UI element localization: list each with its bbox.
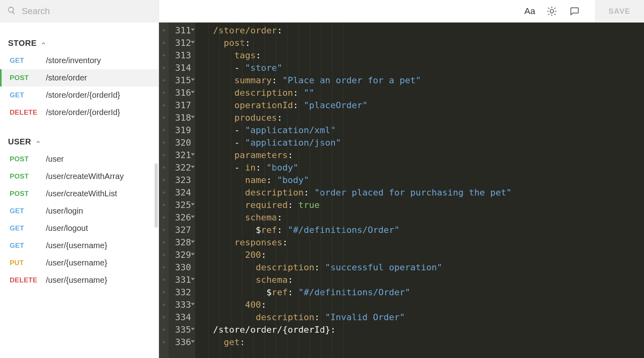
fold-marker-icon[interactable] bbox=[191, 116, 195, 118]
add-line-marker[interactable]: + bbox=[159, 99, 169, 111]
add-line-gutter[interactable]: ++++++++++++++++++++++++++ bbox=[159, 23, 169, 358]
line-number: 327 bbox=[175, 224, 191, 236]
add-line-marker[interactable]: + bbox=[159, 274, 169, 286]
fold-marker-icon[interactable] bbox=[191, 203, 195, 206]
font-size-icon[interactable]: Aa bbox=[524, 6, 535, 16]
comment-icon[interactable] bbox=[568, 5, 580, 17]
endpoint-row[interactable]: GET/user/logout bbox=[0, 220, 159, 237]
add-line-marker[interactable]: + bbox=[159, 37, 169, 49]
add-line-marker[interactable]: + bbox=[159, 49, 169, 62]
code-line[interactable]: description: "successful operation" bbox=[202, 261, 644, 274]
fold-marker-icon[interactable] bbox=[191, 278, 195, 280]
add-line-marker[interactable]: + bbox=[159, 199, 169, 211]
fold-marker-icon[interactable] bbox=[191, 303, 195, 305]
code-line[interactable]: description: "" bbox=[202, 86, 644, 99]
code-line[interactable]: description: "order placed for purchasin… bbox=[202, 186, 644, 199]
add-line-marker[interactable]: + bbox=[159, 111, 169, 124]
section-header-user[interactable]: USER bbox=[0, 132, 159, 150]
code-line[interactable]: parameters: bbox=[202, 149, 644, 161]
fold-marker-icon[interactable] bbox=[191, 241, 195, 243]
fold-marker-icon[interactable] bbox=[191, 29, 195, 31]
add-line-marker[interactable]: + bbox=[159, 211, 169, 224]
sidebar-body[interactable]: STOREGET/store/inventoryPOST/store/order… bbox=[0, 23, 159, 358]
add-line-marker[interactable]: + bbox=[159, 149, 169, 161]
add-line-marker[interactable]: + bbox=[159, 24, 169, 37]
add-line-marker[interactable]: + bbox=[159, 86, 169, 99]
add-line-marker[interactable]: + bbox=[159, 124, 169, 136]
section-header-store[interactable]: STORE bbox=[0, 34, 159, 52]
add-line-marker[interactable]: + bbox=[159, 249, 169, 261]
code-line[interactable]: summary: "Place an order for a pet" bbox=[202, 74, 644, 86]
code-line[interactable]: /store/order/{orderId}: bbox=[202, 323, 644, 336]
code-line[interactable]: operationId: "placeOrder" bbox=[202, 99, 644, 111]
endpoint-row[interactable]: GET/user/login bbox=[0, 202, 159, 220]
code-line[interactable]: description: "Invalid Order" bbox=[202, 311, 644, 323]
code-line[interactable]: /store/order: bbox=[202, 24, 644, 37]
fold-marker-icon[interactable] bbox=[191, 253, 195, 255]
http-method: GET bbox=[10, 207, 46, 215]
endpoint-row[interactable]: GET/user/{username} bbox=[0, 237, 159, 254]
endpoint-row[interactable]: POST/user bbox=[0, 150, 159, 168]
search-input[interactable] bbox=[22, 6, 151, 16]
fold-marker-icon[interactable] bbox=[191, 91, 195, 93]
fold-marker-icon[interactable] bbox=[191, 328, 195, 330]
code-line[interactable]: - "store" bbox=[202, 62, 644, 74]
line-number: 313 bbox=[175, 49, 191, 62]
code-line[interactable]: tags: bbox=[202, 49, 644, 62]
code-line[interactable]: produces: bbox=[202, 111, 644, 124]
code-line[interactable]: 400: bbox=[202, 298, 644, 311]
fold-marker-icon[interactable] bbox=[191, 166, 195, 168]
code-line[interactable]: name: "body" bbox=[202, 174, 644, 186]
line-number: 328 bbox=[175, 236, 191, 249]
line-number: 319 bbox=[175, 124, 191, 136]
add-line-marker[interactable]: + bbox=[159, 336, 169, 348]
add-line-marker[interactable]: + bbox=[159, 298, 169, 311]
add-line-marker[interactable]: + bbox=[159, 236, 169, 249]
theme-toggle-icon[interactable] bbox=[546, 5, 558, 17]
save-button[interactable]: SAVE bbox=[595, 0, 644, 23]
add-line-marker[interactable]: + bbox=[159, 136, 169, 149]
code-line[interactable]: - "application/xml" bbox=[202, 124, 644, 136]
editor-scrollbar[interactable] bbox=[638, 23, 644, 358]
code-line[interactable]: responses: bbox=[202, 236, 644, 249]
endpoint-row[interactable]: GET/store/inventory bbox=[0, 52, 159, 69]
add-line-marker[interactable]: + bbox=[159, 174, 169, 186]
http-method: GET bbox=[10, 242, 46, 250]
add-line-marker[interactable]: + bbox=[159, 311, 169, 323]
fold-marker-icon[interactable] bbox=[191, 340, 195, 343]
code-line[interactable]: required: true bbox=[202, 199, 644, 211]
add-line-marker[interactable]: + bbox=[159, 186, 169, 199]
code-line[interactable]: get: bbox=[202, 336, 644, 348]
endpoint-row[interactable]: POST/user/createWithList bbox=[0, 185, 159, 202]
fold-marker-icon[interactable] bbox=[191, 216, 195, 218]
endpoint-row[interactable]: POST/user/createWithArray bbox=[0, 168, 159, 185]
fold-marker-icon[interactable] bbox=[191, 153, 195, 156]
add-line-marker[interactable]: + bbox=[159, 323, 169, 336]
fold-marker-icon[interactable] bbox=[191, 41, 195, 43]
add-line-marker[interactable]: + bbox=[159, 286, 169, 298]
add-line-marker[interactable]: + bbox=[159, 261, 169, 274]
svg-line-8 bbox=[548, 14, 549, 14]
add-line-marker[interactable]: + bbox=[159, 74, 169, 86]
add-line-marker[interactable]: + bbox=[159, 62, 169, 74]
code-line[interactable]: $ref: "#/definitions/Order" bbox=[202, 224, 644, 236]
endpoint-row[interactable]: PUT/user/{username} bbox=[0, 254, 159, 272]
add-line-marker[interactable]: + bbox=[159, 161, 169, 174]
add-line-marker[interactable]: + bbox=[159, 224, 169, 236]
code-line[interactable]: post: bbox=[202, 37, 644, 49]
endpoint-row[interactable]: DELETE/user/{username} bbox=[0, 272, 159, 289]
fold-marker-icon[interactable] bbox=[191, 78, 195, 81]
http-method: GET bbox=[10, 57, 46, 65]
endpoint-row[interactable]: POST/store/order bbox=[0, 69, 159, 86]
code-line[interactable]: $ref: "#/definitions/Order" bbox=[202, 286, 644, 298]
sidebar-scrollbar[interactable] bbox=[155, 163, 158, 228]
code-line[interactable]: - in: "body" bbox=[202, 161, 644, 174]
endpoint-row[interactable]: GET/store/order/{orderId} bbox=[0, 86, 159, 104]
code-line[interactable]: - "application/json" bbox=[202, 136, 644, 149]
endpoint-row[interactable]: DELETE/store/order/{orderId} bbox=[0, 104, 159, 121]
code-editor[interactable]: ++++++++++++++++++++++++++ 3113123133143… bbox=[159, 23, 644, 358]
code-content[interactable]: /store/order: post: tags: - "store" summ… bbox=[195, 23, 644, 358]
code-line[interactable]: schema: bbox=[202, 274, 644, 286]
code-line[interactable]: schema: bbox=[202, 211, 644, 224]
code-line[interactable]: 200: bbox=[202, 249, 644, 261]
